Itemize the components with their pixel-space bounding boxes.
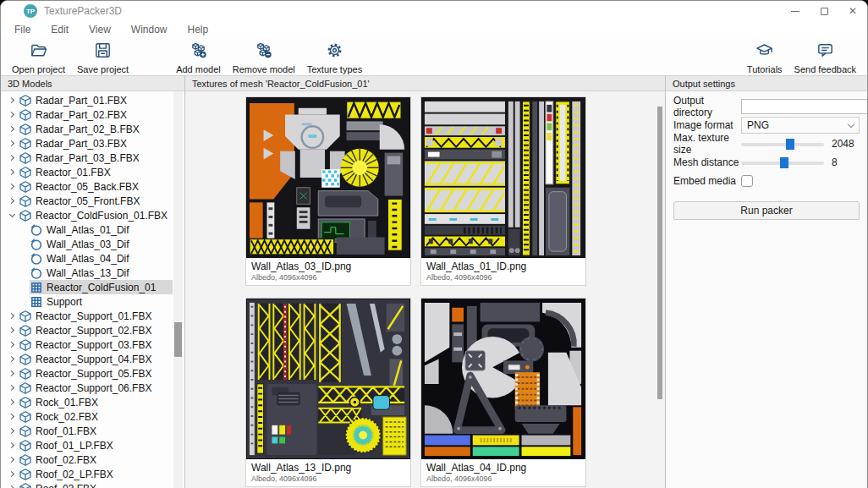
chevron-collapsed-icon[interactable]	[6, 137, 19, 150]
tree-item-roof-02-fbx[interactable]: Roof_02.FBX	[1, 452, 184, 467]
tree-item-reactor-05-front-fbx[interactable]: Reactor_05_Front.FBX	[1, 194, 184, 208]
menu-help[interactable]: Help	[178, 24, 219, 36]
chevron-collapsed-icon[interactable]	[6, 367, 19, 380]
slider-thumb[interactable]	[780, 157, 788, 168]
menu-bar: File Edit View Window Help	[1, 21, 867, 38]
tree-item-wall-atlas-01-dif[interactable]: Wall_Atlas_01_Dif	[1, 222, 184, 237]
texture-types-button[interactable]: Texture types	[301, 40, 368, 74]
chevron-collapsed-icon[interactable]	[6, 425, 19, 437]
graduation-cap-icon	[755, 41, 774, 63]
tree-item-reactor-support-01-fbx[interactable]: Reactor_Support_01.FBX	[1, 309, 184, 323]
textures-scrollbar-thumb[interactable]	[657, 107, 662, 399]
remove-model-button[interactable]: Remove model	[227, 40, 301, 74]
tree-item-reactor-support-04-fbx[interactable]: Reactor_Support_04.FBX	[1, 352, 184, 366]
image-format-select[interactable]: PNG	[741, 117, 860, 134]
tree-item-reactor-coldfusion-01-fbx[interactable]: Reactor_ColdFusion_01.FBX	[1, 208, 184, 222]
chevron-collapsed-icon[interactable]	[6, 166, 19, 178]
add-model-label: Add model	[176, 64, 221, 74]
chevron-collapsed-icon[interactable]	[6, 195, 19, 207]
tree-item-wall-atlas-03-dif[interactable]: Wall_Atlas_03_Dif	[1, 237, 184, 251]
chevron-collapsed-icon[interactable]	[6, 482, 19, 488]
embed-media-checkbox[interactable]	[741, 175, 753, 187]
chevron-collapsed-icon[interactable]	[6, 396, 19, 408]
title-bar: TP TexturePacker3D ✕	[1, 1, 867, 21]
maximize-button[interactable]	[810, 1, 838, 21]
chevron-collapsed-icon[interactable]	[6, 381, 19, 394]
cube-icon	[19, 195, 32, 208]
tree-item-radar-part-03-fbx[interactable]: Radar_Part_03.FBX	[1, 136, 184, 151]
tree-item-wall-atlas-04-dif[interactable]: Wall_Atlas_04_Dif	[1, 251, 184, 266]
tree-item-reactor-support-02-fbx[interactable]: Reactor_Support_02.FBX	[1, 323, 184, 337]
cube-icon	[19, 94, 32, 107]
mesh-distance-slider[interactable]	[741, 157, 824, 168]
minimize-button[interactable]	[781, 1, 810, 21]
tree-item-reactor-01-fbx[interactable]: Reactor_01.FBX	[1, 165, 184, 179]
chevron-expanded-icon[interactable]	[6, 209, 19, 222]
tree-item-radar-part-03-b-fbx[interactable]: Radar_Part_03_B.FBX	[1, 151, 184, 165]
max-texture-size-slider[interactable]	[741, 139, 824, 150]
tree-item-wall-atlas-13-dif[interactable]: Wall_Atlas_13_Dif	[1, 266, 184, 280]
tree-item-radar-part-02-b-fbx[interactable]: Radar_Part_02_B.FBX	[1, 122, 184, 136]
cube-icon	[19, 166, 32, 179]
max-texture-size-row: Max. texture size 2048	[666, 134, 867, 153]
slider-thumb[interactable]	[786, 139, 794, 150]
tree-item-reactor-coldfusion-01[interactable]: Reactor_ColdFusion_01	[1, 280, 184, 294]
texture-caption: Wall_Atlas_13_ID.png Albedo, 4096x4096	[246, 459, 410, 486]
chevron-collapsed-icon[interactable]	[6, 324, 19, 337]
texture-card-wall-atlas-13[interactable]: Wall_Atlas_13_ID.png Albedo, 4096x4096	[245, 298, 411, 487]
chevron-collapsed-icon[interactable]	[6, 468, 19, 480]
menu-window[interactable]: Window	[121, 24, 178, 36]
chevron-collapsed-icon[interactable]	[6, 180, 19, 193]
chevron-collapsed-icon[interactable]	[6, 94, 19, 107]
tree-item-roof-02-lp-fbx[interactable]: Roof_02_LP.FBX	[1, 467, 184, 481]
tree-item-rock-01-fbx[interactable]: Rock_01.FBX	[1, 395, 184, 409]
chevron-collapsed-icon[interactable]	[6, 439, 19, 452]
chevron-collapsed-icon[interactable]	[6, 338, 19, 351]
tree-item-roof-03-fbx[interactable]: Roof_03.FBX	[1, 481, 184, 488]
run-packer-button[interactable]: Run packer	[673, 201, 860, 220]
menu-view[interactable]: View	[79, 24, 121, 36]
texture-card-wall-atlas-01[interactable]: Wall_Atlas_01_ID.png Albedo, 4096x4096	[420, 96, 586, 286]
add-model-button[interactable]: Add model	[170, 40, 227, 74]
tree-item-reactor-support-03-fbx[interactable]: Reactor_Support_03.FBX	[1, 337, 184, 352]
tree-item-roof-01-fbx[interactable]: Roof_01.FBX	[1, 424, 184, 438]
mesh-grid-icon	[30, 281, 43, 294]
tree-item-roof-01-lp-fbx[interactable]: Roof_01_LP.FBX	[1, 438, 184, 452]
tree-item-label: Wall_Atlas_01_Dif	[47, 224, 129, 236]
save-project-button[interactable]: Save project	[71, 40, 135, 74]
close-button[interactable]: ✕	[838, 1, 867, 21]
tree-item-reactor-05-back-fbx[interactable]: Reactor_05_Back.FBX	[1, 179, 184, 194]
chevron-collapsed-icon[interactable]	[6, 453, 19, 466]
open-project-button[interactable]: Open project	[6, 40, 71, 74]
chevron-collapsed-icon[interactable]	[6, 108, 19, 121]
chevron-collapsed-icon[interactable]	[6, 123, 19, 135]
tree-item-reactor-support-05-fbx[interactable]: Reactor_Support_05.FBX	[1, 366, 184, 381]
tree-item-support[interactable]: Support	[1, 294, 184, 309]
output-directory-input[interactable]	[741, 99, 868, 114]
chevron-collapsed-icon[interactable]	[6, 310, 19, 322]
tree-item-label: Roof_02_LP.FBX	[36, 469, 113, 480]
tree-item-reactor-support-06-fbx[interactable]: Reactor_Support_06.FBX	[1, 381, 184, 395]
menu-edit[interactable]: Edit	[41, 24, 79, 36]
tree-item-rock-02-fbx[interactable]: Rock_02.FBX	[1, 409, 184, 424]
chevron-collapsed-icon[interactable]	[6, 151, 19, 164]
tree-item-label: Radar_Part_03.FBX	[36, 138, 127, 150]
models-scrollbar[interactable]	[173, 91, 183, 488]
image-format-value: PNG	[747, 119, 769, 131]
tree-item-radar-part-01-fbx[interactable]: Radar_Part_01.FBX	[1, 93, 184, 107]
gear-icon	[325, 41, 344, 63]
tree-item-radar-part-02-fbx[interactable]: Radar_Part_02.FBX	[1, 107, 184, 122]
texture-card-wall-atlas-04[interactable]: Wall_Atlas_04_ID.png Albedo, 4096x4096	[420, 298, 586, 487]
tree-item-label: Rock_02.FBX	[36, 411, 98, 423]
chevron-collapsed-icon[interactable]	[6, 410, 19, 423]
menu-file[interactable]: File	[4, 24, 41, 36]
texture-thumbnail-wall-atlas-03	[246, 97, 410, 258]
texture-caption: Wall_Atlas_01_ID.png Albedo, 4096x4096	[421, 258, 585, 285]
models-scrollbar-thumb[interactable]	[174, 322, 182, 357]
chevron-collapsed-icon[interactable]	[6, 353, 19, 365]
tree-item-label: Radar_Part_02.FBX	[36, 109, 127, 121]
texture-card-wall-atlas-03[interactable]: Wall_Atlas_03_ID.png Albedo, 4096x4096	[245, 96, 411, 286]
send-feedback-button[interactable]: Send feedback	[788, 40, 862, 74]
tutorials-button[interactable]: Tutorials	[741, 40, 788, 74]
embed-media-row: Embed media	[666, 172, 867, 190]
